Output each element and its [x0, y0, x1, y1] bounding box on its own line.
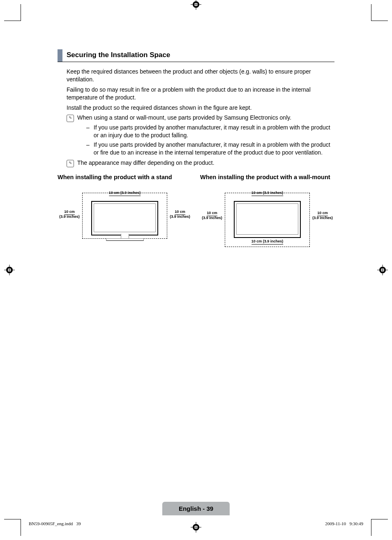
tv-screen-icon: [94, 203, 156, 232]
list-item-text: If you use parts provided by another man…: [94, 141, 334, 157]
diagram-wallmount: When installing the product with a wall-…: [200, 174, 334, 258]
registration-mark-icon: [4, 265, 15, 275]
section-bar-icon: [58, 49, 62, 62]
footer-left: BN59-00905F_eng.indd 39: [29, 521, 81, 526]
paragraph: Install the product so the required dist…: [58, 104, 334, 112]
dash-icon: –: [86, 141, 90, 157]
registration-mark-icon: [377, 265, 388, 275]
footer-time: 9:30:49: [349, 521, 363, 526]
paragraph: Keep the required distances between the …: [58, 68, 334, 83]
note-text: When using a stand or wall-mount, use pa…: [77, 114, 334, 122]
page: Securing the Installation Space Keep the…: [0, 0, 392, 540]
dimension-right: 10 cm (3.9 inches): [311, 211, 334, 220]
note-row: ✎ When using a stand or wall-mount, use …: [58, 114, 334, 122]
crop-mark-icon: [371, 519, 388, 536]
diagram-canvas: 10 cm (3.9 inches) 10 cm (3.9 inches) 10…: [200, 189, 334, 258]
crop-mark-icon: [371, 4, 388, 21]
diagrams-row: When installing the product with a stand…: [58, 174, 334, 258]
dimension-right: 10 cm (3.9 inches): [168, 210, 192, 219]
list-item: – If you use parts provided by another m…: [86, 141, 334, 157]
section-header: Securing the Installation Space: [58, 49, 334, 62]
section-title: Securing the Installation Space: [67, 49, 170, 62]
crop-mark-icon: [4, 519, 21, 536]
dimension-top: 10 cm (3.9 inches): [251, 191, 284, 196]
diagram-stand: When installing the product with a stand…: [58, 174, 192, 258]
dimension-bottom: 10 cm (3.9 inches): [251, 240, 284, 245]
diagram-title: When installing the product with a stand: [58, 174, 192, 180]
note-icon: ✎: [67, 160, 74, 167]
registration-mark-icon: [191, 0, 201, 10]
list-item-text: If you use parts provided by another man…: [94, 124, 334, 139]
footer-tab-text: English - 39: [179, 505, 213, 512]
footer-file: BN59-00905F_eng.indd: [29, 521, 73, 526]
dimension-left: 10 cm (3.9 inches): [58, 210, 81, 219]
stand-base-icon: [106, 238, 144, 241]
diagram-title: When installing the product with a wall-…: [200, 174, 334, 180]
dash-list: – If you use parts provided by another m…: [86, 124, 334, 157]
page-footer-tab: English - 39: [162, 502, 230, 515]
dash-icon: –: [86, 124, 90, 139]
footer-right: 2009-11-10 9:30:49: [325, 521, 363, 526]
footer-page: 39: [76, 521, 81, 526]
note-icon: ✎: [67, 115, 74, 122]
registration-mark-icon: [191, 522, 201, 533]
dimension-left: 10 cm (3.9 inches): [200, 211, 224, 220]
note-row: ✎ The appearance may differ depending on…: [58, 159, 334, 167]
tv-screen-icon: [236, 203, 298, 235]
footer-date: 2009-11-10: [325, 521, 346, 526]
list-item: – If you use parts provided by another m…: [86, 124, 334, 139]
note-text: The appearance may differ depending on t…: [77, 159, 334, 167]
dimension-top: 10 cm (3.9 inches): [109, 191, 141, 196]
diagram-canvas: 10 cm (3.9 inches) 10 cm (3.9 inches) 10…: [58, 189, 192, 258]
body-text: Keep the required distances between the …: [58, 68, 334, 167]
paragraph: Failing to do so may result in fire or a…: [58, 86, 334, 102]
crop-mark-icon: [4, 4, 21, 21]
content-area: Securing the Installation Space Keep the…: [58, 49, 334, 258]
